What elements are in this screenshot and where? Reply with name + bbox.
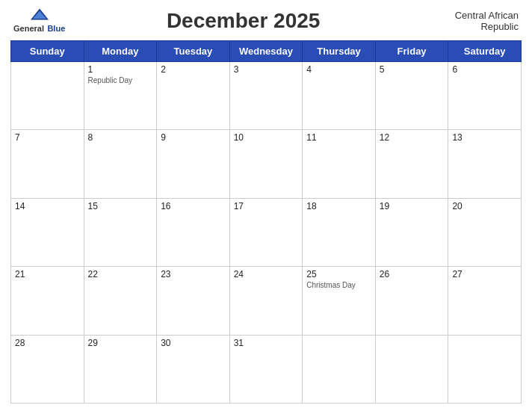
logo-blue-text: Blue [47,24,65,33]
calendar-cell [375,335,448,403]
country-name: Central African Republic [421,10,519,32]
week-row-2: 14151617181920 [11,198,522,266]
day-number: 25 [306,269,371,279]
day-number: 1 [88,64,153,75]
calendar-cell [303,335,376,403]
day-number: 21 [15,269,80,279]
logo-area: General Blue [13,7,65,34]
day-number: 11 [306,132,371,143]
day-number: 12 [380,132,445,143]
day-number: 22 [88,269,153,279]
calendar-cell: 17 [229,198,303,266]
calendar-cell: 24 [229,267,303,335]
calendar-cell: 6 [448,62,522,130]
calendar-cell: 10 [229,130,303,198]
holiday-name: Christmas Day [306,281,371,289]
day-number: 16 [161,201,226,211]
day-number: 15 [88,201,153,211]
calendar-cell: 16 [157,198,230,266]
calendar-cell: 12 [375,130,448,198]
day-number: 17 [234,201,299,211]
week-row-0: 1Republic Day23456 [11,62,522,130]
calendar-cell: 11 [303,130,376,198]
calendar-cell: 29 [84,335,157,403]
day-number: 9 [161,132,226,143]
weekday-header-row: Sunday Monday Tuesday Wednesday Thursday… [11,41,522,62]
header-monday: Monday [84,41,157,62]
day-number: 8 [88,132,153,143]
month-title: December 2025 [65,9,421,33]
calendar-cell: 31 [229,335,303,403]
header-friday: Friday [375,41,448,62]
logo-icon [29,7,50,21]
week-row-4: 28293031 [11,335,522,403]
calendar-cell: 2 [157,62,230,130]
calendar-cell: 1Republic Day [84,62,157,130]
week-row-1: 78910111213 [11,130,522,198]
day-number: 31 [234,338,299,348]
calendar-cell: 9 [157,130,230,198]
day-number: 23 [161,269,226,279]
calendar-cell: 4 [303,62,376,130]
calendar-cell [448,335,522,403]
day-number: 19 [380,201,445,211]
calendar-cell: 28 [11,335,84,403]
header-saturday: Saturday [448,41,522,62]
calendar-cell: 20 [448,198,522,266]
header-sunday: Sunday [11,41,84,62]
day-number: 20 [452,201,517,211]
calendar-cell: 14 [11,198,84,266]
calendar-cell: 27 [448,267,522,335]
header-tuesday: Tuesday [157,41,230,62]
day-number: 5 [380,64,445,75]
calendar-cell: 26 [375,267,448,335]
day-number: 27 [452,269,517,279]
holiday-name: Republic Day [88,76,153,84]
calendar-cell: 15 [84,198,157,266]
calendar-table: Sunday Monday Tuesday Wednesday Thursday… [10,40,522,404]
day-number: 29 [88,338,153,348]
calendar-cell: 13 [448,130,522,198]
week-row-3: 2122232425Christmas Day2627 [11,267,522,335]
day-number: 24 [234,269,299,279]
header-wednesday: Wednesday [229,41,303,62]
day-number: 6 [452,64,517,75]
day-number: 3 [234,64,299,75]
day-number: 26 [380,269,445,279]
calendar-header: General Blue December 2025 Central Afric… [10,7,522,34]
calendar-cell: 7 [11,130,84,198]
day-number: 7 [15,132,80,143]
day-number: 18 [306,201,371,211]
calendar-cell: 5 [375,62,448,130]
logo-general-text: General [13,24,44,33]
calendar-cell: 23 [157,267,230,335]
header-thursday: Thursday [303,41,376,62]
day-number: 2 [161,64,226,75]
day-number: 4 [306,64,371,75]
calendar-cell: 18 [303,198,376,266]
calendar-cell: 25Christmas Day [303,267,376,335]
calendar-wrapper: General Blue December 2025 Central Afric… [0,0,532,411]
calendar-cell: 30 [157,335,230,403]
day-number: 14 [15,201,80,211]
day-number: 30 [161,338,226,348]
day-number: 28 [15,338,80,348]
calendar-cell: 19 [375,198,448,266]
calendar-cell: 22 [84,267,157,335]
calendar-cell: 3 [229,62,303,130]
day-number: 13 [452,132,517,143]
day-number: 10 [234,132,299,143]
calendar-cell [11,62,84,130]
calendar-cell: 8 [84,130,157,198]
calendar-cell: 21 [11,267,84,335]
